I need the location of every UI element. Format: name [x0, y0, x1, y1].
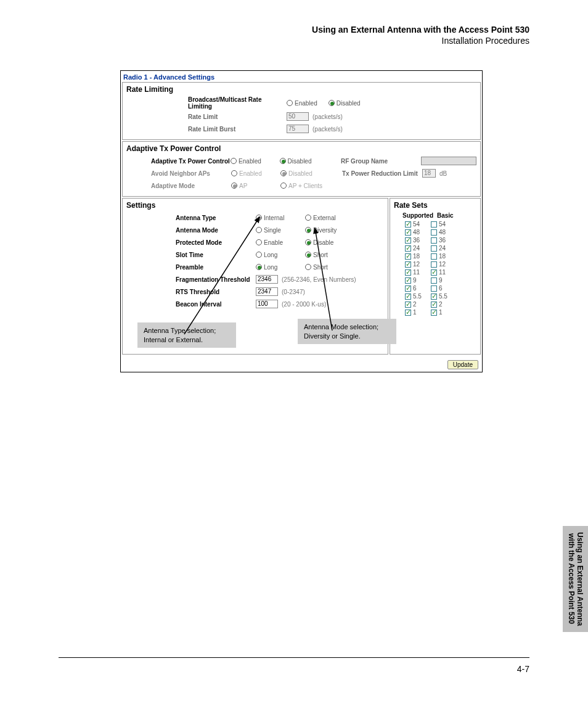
beacon-hint: (20 - 2000 K-us) — [282, 301, 326, 308]
rate-row: 1111 — [394, 269, 476, 276]
atpc-enabled-radio[interactable]: Enabled — [231, 158, 279, 165]
mode-apclients-radio[interactable]: AP + Clients — [280, 183, 342, 189]
rate-row: 66 — [394, 285, 476, 292]
supported-checkbox[interactable] — [405, 293, 411, 300]
frag-input[interactable]: 2346 — [256, 275, 278, 284]
basic-checkbox[interactable] — [431, 221, 437, 228]
rate-value: 24 — [439, 245, 446, 252]
supported-checkbox[interactable] — [405, 261, 411, 268]
rate-value: 18 — [413, 253, 420, 260]
supported-checkbox[interactable] — [405, 221, 411, 228]
basic-checkbox[interactable] — [431, 277, 437, 284]
page-number: 4-7 — [517, 664, 529, 674]
txred-unit: dB — [439, 170, 447, 177]
basic-checkbox[interactable] — [431, 245, 437, 252]
atpc-label: Adaptive Tx Power Control — [151, 158, 231, 165]
supported-checkbox[interactable] — [405, 269, 411, 276]
burst-input[interactable]: 75 — [287, 125, 309, 133]
mode-ap-radio[interactable]: AP — [231, 183, 280, 189]
rf-group-label: RF Group Name — [341, 158, 421, 165]
basic-checkbox[interactable] — [431, 269, 437, 276]
basic-checkbox[interactable] — [431, 229, 437, 236]
basic-checkbox[interactable] — [431, 237, 437, 244]
rate-row: 1818 — [394, 253, 476, 260]
settings-box: Settings Antenna Type Internal External … — [122, 198, 388, 355]
avoid-label: Avoid Neighbor APs — [151, 170, 231, 177]
ant-type-external[interactable]: External — [305, 215, 354, 221]
rate-value: 12 — [439, 261, 446, 268]
basic-header: Basic — [437, 212, 468, 219]
beacon-input[interactable]: 100 — [256, 300, 278, 308]
basic-checkbox[interactable] — [431, 310, 437, 316]
ant-mode-single[interactable]: Single — [256, 227, 305, 234]
rate-value: 36 — [413, 237, 420, 244]
rts-input[interactable]: 2347 — [256, 287, 278, 296]
rate-row: 5.55.5 — [394, 293, 476, 300]
rate-sets-heading: Rate Sets — [394, 201, 476, 210]
rate-value: 11 — [413, 269, 420, 276]
bm-enabled-radio[interactable]: Enabled — [287, 100, 317, 107]
atpc-box: Adaptive Tx Power Control Adaptive Tx Po… — [122, 141, 481, 197]
rate-value: 9 — [439, 277, 443, 284]
rate-row: 5454 — [394, 221, 476, 228]
preamble-short[interactable]: Short — [305, 264, 354, 271]
rate-value: 2 — [413, 301, 417, 308]
supported-checkbox[interactable] — [405, 245, 411, 252]
slot-short[interactable]: Short — [305, 252, 354, 258]
prot-enable[interactable]: Enable — [256, 239, 305, 246]
supported-checkbox[interactable] — [405, 253, 411, 260]
ant-type-internal[interactable]: Internal — [256, 215, 305, 221]
callout-antenna-type: Antenna Type selection; Internal or Exte… — [137, 322, 236, 348]
supported-checkbox[interactable] — [405, 237, 411, 244]
rate-value: 5.5 — [439, 293, 447, 300]
basic-checkbox[interactable] — [431, 253, 437, 260]
slot-long[interactable]: Long — [256, 252, 305, 258]
supported-checkbox[interactable] — [405, 310, 411, 316]
bm-disabled-radio[interactable]: Disabled — [329, 100, 361, 107]
supported-checkbox[interactable] — [405, 302, 411, 308]
rate-value: 12 — [413, 261, 420, 268]
update-button[interactable]: Update — [447, 360, 478, 369]
rf-group-input[interactable] — [421, 157, 476, 165]
preamble-long[interactable]: Long — [256, 264, 305, 271]
rate-value: 11 — [439, 269, 446, 276]
rate-row: 99 — [394, 277, 476, 284]
atpc-heading: Adaptive Tx Power Control — [126, 144, 476, 153]
rate-row: 11 — [394, 309, 476, 316]
burst-unit: (packets/s) — [312, 126, 343, 133]
rate-sets-box: Rate Sets Supported Basic 54544848363624… — [390, 198, 481, 355]
ant-mode-label: Antenna Mode — [176, 227, 256, 234]
atpc-disabled-radio[interactable]: Disabled — [280, 158, 329, 165]
rate-value: 54 — [413, 221, 420, 228]
supported-header: Supported — [394, 212, 437, 219]
basic-checkbox[interactable] — [431, 302, 437, 308]
slot-label: Slot Time — [176, 252, 256, 258]
frag-hint: (256-2346, Even Numbers) — [282, 276, 356, 283]
supported-checkbox[interactable] — [405, 229, 411, 236]
supported-checkbox[interactable] — [405, 277, 411, 284]
side-tab: Using an External Antenna with the Acces… — [563, 526, 588, 632]
basic-checkbox[interactable] — [431, 293, 437, 300]
burst-label: Rate Limit Burst — [188, 126, 287, 133]
rate-value: 5.5 — [413, 293, 422, 300]
supported-checkbox[interactable] — [405, 285, 411, 292]
txred-input[interactable]: 18 — [422, 169, 436, 178]
beacon-label: Beacon Interval — [176, 301, 256, 308]
avoid-disabled-radio[interactable]: Disabled — [280, 170, 330, 177]
callout-antenna-mode: Antenna Mode selection; Diversity or Sin… — [298, 319, 396, 344]
ant-mode-diversity[interactable]: Diversity — [305, 227, 354, 234]
prot-disable[interactable]: Disable — [305, 239, 354, 246]
preamble-label: Preamble — [176, 264, 256, 271]
panel-title: Radio 1 - Advanced Settings — [121, 71, 482, 82]
settings-heading: Settings — [126, 201, 384, 210]
basic-checkbox[interactable] — [431, 261, 437, 268]
rate-value: 1 — [439, 309, 443, 316]
basic-checkbox[interactable] — [431, 285, 437, 292]
rate-value: 6 — [439, 285, 443, 292]
rate-limit-unit: (packets/s) — [312, 113, 343, 120]
settings-panel: Radio 1 - Advanced Settings Rate Limitin… — [120, 70, 483, 372]
avoid-enabled-radio[interactable]: Enabled — [231, 170, 280, 177]
page-subtitle: Installation Procedures — [59, 36, 529, 46]
rate-value: 6 — [413, 285, 417, 292]
rate-limit-input[interactable]: 50 — [287, 112, 309, 121]
